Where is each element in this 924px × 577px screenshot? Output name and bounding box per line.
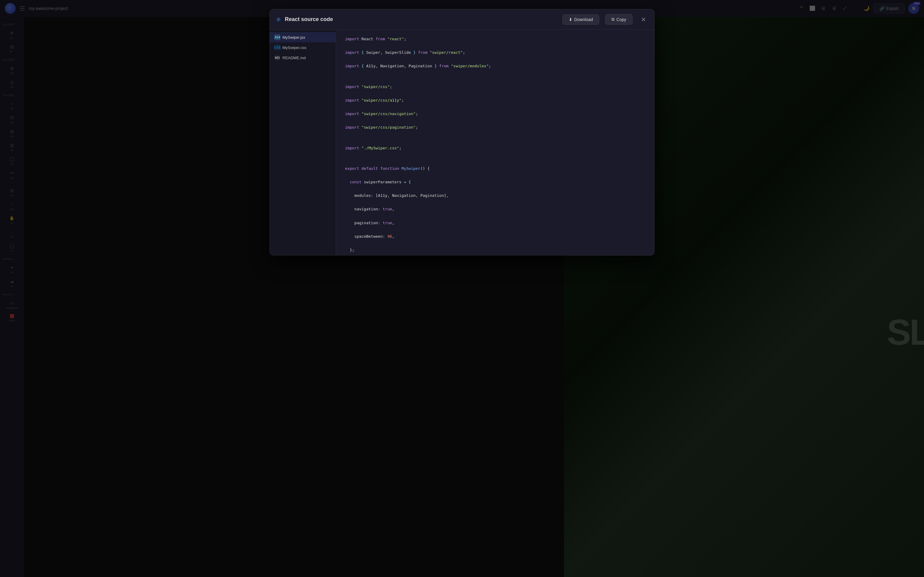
copy-label: Copy	[616, 17, 626, 22]
css-file-icon: CSS	[275, 45, 280, 50]
code-content: import React from "react"; import { Swip…	[345, 36, 645, 255]
modal-body: JSX MySwiper.jsx CSS MySwiper.css MD REA…	[270, 30, 654, 255]
file-item-md[interactable]: MD README.md	[270, 53, 336, 63]
modal-title: React source code	[285, 16, 559, 23]
modal-overlay: ⚛ React source code ⬇ Download ⧉ Copy ✕ …	[0, 0, 924, 577]
file-item-css[interactable]: CSS MySwiper.css	[270, 42, 336, 53]
download-icon: ⬇	[569, 17, 572, 22]
md-filename: README.md	[283, 56, 305, 60]
download-button[interactable]: ⬇ Download	[562, 15, 599, 25]
modal-close-button[interactable]: ✕	[638, 15, 648, 24]
file-tree: JSX MySwiper.jsx CSS MySwiper.css MD REA…	[270, 30, 336, 255]
jsx-filename: MySwiper.jsx	[283, 35, 305, 40]
modal-header: ⚛ React source code ⬇ Download ⧉ Copy ✕	[270, 9, 654, 30]
download-label: Download	[574, 17, 593, 22]
react-icon: ⚛	[276, 16, 281, 23]
jsx-file-icon: JSX	[275, 35, 280, 40]
source-code-modal: ⚛ React source code ⬇ Download ⧉ Copy ✕ …	[270, 9, 654, 255]
copy-icon: ⧉	[612, 17, 614, 22]
copy-button[interactable]: ⧉ Copy	[605, 14, 633, 25]
code-viewer[interactable]: import React from "react"; import { Swip…	[336, 30, 654, 255]
css-filename: MySwiper.css	[283, 45, 306, 50]
file-item-jsx[interactable]: JSX MySwiper.jsx	[270, 32, 336, 42]
md-file-icon: MD	[275, 55, 280, 60]
